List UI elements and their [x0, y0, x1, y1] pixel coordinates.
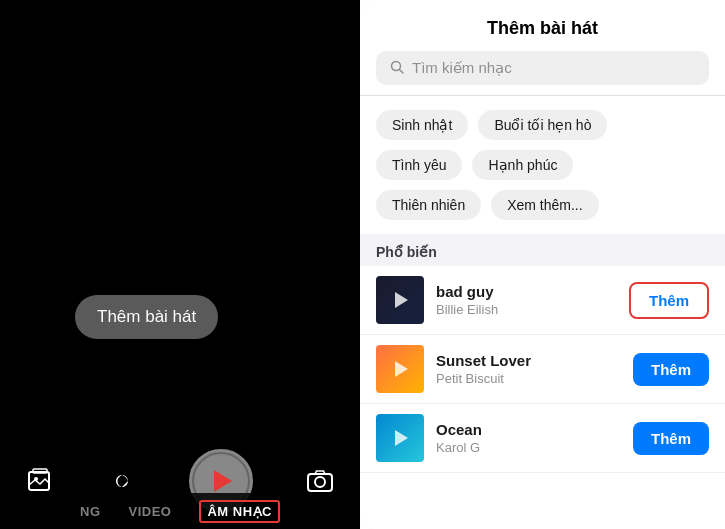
tags-row-2: Tình yêu Hạnh phúc: [376, 150, 709, 180]
svg-line-6: [400, 69, 404, 73]
nav-tabs: NG VIDEO ÂM NHẠC: [0, 493, 360, 529]
song-info-bad-guy: bad guy Billie Eilish: [436, 283, 617, 317]
search-placeholder: Tìm kiếm nhạc: [412, 59, 512, 77]
them-button-sunset-lover[interactable]: Thêm: [633, 353, 709, 386]
tags-section: Sinh nhật Buổi tối hẹn hò Tình yêu Hạnh …: [360, 96, 725, 234]
song-thumbnail-ocean: [376, 414, 424, 462]
popular-section-label: Phổ biến: [360, 234, 725, 266]
tags-row-3: Thiên nhiên Xem thêm...: [376, 190, 709, 220]
left-panel: Thêm bài hát: [0, 0, 360, 529]
gallery-icon[interactable]: [27, 467, 55, 495]
search-bar[interactable]: Tìm kiếm nhạc: [376, 51, 709, 85]
search-icon: [390, 60, 404, 77]
song-item-ocean: Ocean Karol G Thêm: [360, 404, 725, 473]
panel-header: Thêm bài hát Tìm kiếm nhạc: [360, 0, 725, 96]
them-bai-hat-label: Thêm bài hát: [97, 307, 196, 326]
song-thumbnail-bad-guy: [376, 276, 424, 324]
song-artist-ocean: Karol G: [436, 440, 621, 455]
tab-am-nhac[interactable]: ÂM NHẠC: [199, 500, 280, 523]
song-title-bad-guy: bad guy: [436, 283, 617, 300]
tab-video[interactable]: VIDEO: [129, 504, 172, 519]
tag-buoi-toi[interactable]: Buổi tối hẹn hò: [478, 110, 607, 140]
song-thumbnail-sunset-lover: [376, 345, 424, 393]
tag-sinh-nhat[interactable]: Sinh nhật: [376, 110, 468, 140]
song-title-ocean: Ocean: [436, 421, 621, 438]
them-button-bad-guy[interactable]: Thêm: [629, 282, 709, 319]
right-panel: Thêm bài hát Tìm kiếm nhạc Sinh nhật Buổ…: [360, 0, 725, 529]
camera-icon[interactable]: [306, 467, 334, 495]
tag-thien-nhien[interactable]: Thiên nhiên: [376, 190, 481, 220]
svg-point-4: [315, 477, 325, 487]
panel-title: Thêm bài hát: [376, 18, 709, 39]
song-info-ocean: Ocean Karol G: [436, 421, 621, 455]
song-item-sunset-lover: Sunset Lover Petit Biscuit Thêm: [360, 335, 725, 404]
song-item-bad-guy: bad guy Billie Eilish Thêm: [360, 266, 725, 335]
night-mode-icon[interactable]: [108, 467, 136, 495]
them-button-ocean[interactable]: Thêm: [633, 422, 709, 455]
song-artist-sunset-lover: Petit Biscuit: [436, 371, 621, 386]
song-info-sunset-lover: Sunset Lover Petit Biscuit: [436, 352, 621, 386]
tag-xem-them[interactable]: Xem thêm...: [491, 190, 598, 220]
them-bai-hat-button[interactable]: Thêm bài hát: [75, 295, 218, 339]
tag-tinh-yeu[interactable]: Tình yêu: [376, 150, 462, 180]
songs-list: bad guy Billie Eilish Thêm Sunset Lover …: [360, 266, 725, 529]
tab-ng[interactable]: NG: [80, 504, 101, 519]
tags-row-1: Sinh nhật Buổi tối hẹn hò: [376, 110, 709, 140]
song-title-sunset-lover: Sunset Lover: [436, 352, 621, 369]
tag-hanh-phuc[interactable]: Hạnh phúc: [472, 150, 573, 180]
song-artist-bad-guy: Billie Eilish: [436, 302, 617, 317]
